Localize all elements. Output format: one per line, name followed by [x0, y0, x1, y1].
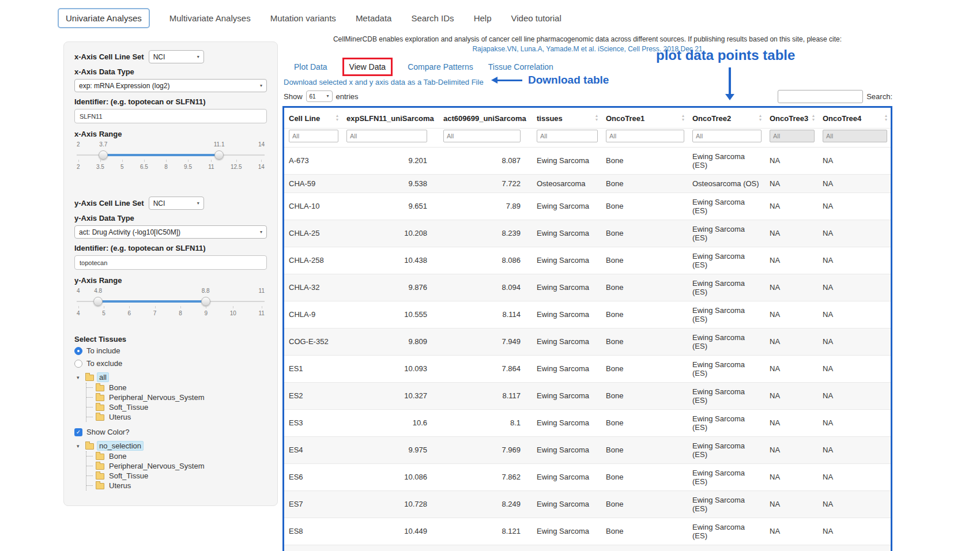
slider-handle-left[interactable]: [99, 150, 108, 160]
exp-value-cell: 10.208: [342, 220, 439, 247]
tab-view-data[interactable]: View Data: [342, 58, 393, 76]
act-value-cell: 8.121: [439, 518, 532, 545]
search-input[interactable]: [778, 90, 863, 103]
y-data-type-select[interactable]: act: Drug Activity (-log10[IC50M]) ▾: [74, 225, 267, 239]
table-row[interactable]: EW8 9.677 8.082 Ewing Sarcoma Bone Ewing…: [284, 545, 891, 551]
table-row[interactable]: ES3 10.6 8.1 Ewing Sarcoma Bone Ewing Sa…: [284, 409, 891, 436]
tab-help[interactable]: Help: [474, 13, 492, 23]
tree-node-label: Uterus: [107, 481, 133, 490]
oncotree1-cell: Bone: [601, 382, 688, 409]
y-cell-line-set-label: y-Axis Cell Line Set: [74, 199, 144, 207]
tab-search-ids[interactable]: Search IDs: [411, 13, 454, 23]
slider-handle-right[interactable]: [201, 297, 210, 306]
tree-node-label: Peripheral_Nervous_System: [107, 393, 206, 402]
table-row[interactable]: ES4 9.975 7.969 Ewing Sarcoma Bone Ewing…: [284, 436, 891, 463]
x-identifier-input[interactable]: [74, 109, 267, 123]
to-include-radio-row[interactable]: To include: [74, 346, 267, 355]
column-filter-input[interactable]: [823, 130, 887, 142]
table-row[interactable]: CHLA-258 10.438 8.086 Ewing Sarcoma Bone…: [284, 247, 891, 274]
column-header-oncotree3[interactable]: OncoTree3▴▾: [765, 108, 818, 129]
tab-univariate-analyses[interactable]: Univariate Analyses: [58, 8, 150, 28]
tree-node[interactable]: Peripheral_Nervous_System: [86, 461, 267, 471]
slider-tick: 11: [259, 310, 265, 316]
tree-root-no-selection[interactable]: no_selection: [97, 441, 144, 451]
tree-root-all[interactable]: all: [97, 372, 109, 382]
tree-node[interactable]: Uterus: [86, 481, 267, 490]
slider-handle-right[interactable]: [214, 150, 224, 160]
table-row[interactable]: ES8 10.449 8.121 Ewing Sarcoma Bone Ewin…: [284, 518, 891, 545]
download-link[interactable]: Download selected x and y axis data as a…: [284, 78, 484, 86]
y-range-slider[interactable]: 4 4.8 8.8 11 4567891011: [77, 288, 265, 320]
tree-node[interactable]: Uterus: [86, 412, 267, 422]
slider-track[interactable]: [77, 297, 265, 305]
slider-track[interactable]: [77, 151, 265, 159]
act-value-cell: 8.249: [439, 490, 532, 518]
tab-video-tutorial[interactable]: Video tutorial: [511, 13, 561, 23]
table-row[interactable]: ES1 10.093 7.864 Ewing Sarcoma Bone Ewin…: [284, 355, 891, 382]
table-row[interactable]: ES2 10.327 8.117 Ewing Sarcoma Bone Ewin…: [284, 382, 891, 409]
tree-toggle-icon[interactable]: ▾: [77, 375, 82, 380]
tree-node[interactable]: Soft_Tissue: [86, 402, 267, 412]
column-filter-input[interactable]: [346, 130, 427, 142]
column-header-oncotree1[interactable]: OncoTree1▴▾: [601, 108, 688, 129]
y-cell-line-set-select[interactable]: NCI ▾: [149, 197, 204, 210]
column-filter-input[interactable]: [770, 130, 815, 142]
table-row[interactable]: ES6 10.086 7.862 Ewing Sarcoma Bone Ewin…: [284, 463, 891, 490]
x-range-slider[interactable]: 2 3.7 11.1 14 23.556.589.51112.514: [77, 141, 265, 173]
table-row[interactable]: CHA-59 9.538 7.722 Osteosarcoma Bone Ost…: [284, 174, 891, 193]
column-filter-input[interactable]: [692, 130, 762, 142]
tree-node[interactable]: Soft_Tissue: [86, 471, 267, 481]
tab-metadata[interactable]: Metadata: [356, 13, 392, 23]
tab-mutation-variants[interactable]: Mutation variants: [270, 13, 336, 23]
radio-icon[interactable]: [74, 360, 82, 368]
filter-row: [284, 128, 891, 147]
entries-select[interactable]: 61 ▾: [306, 90, 333, 102]
y-identifier-input[interactable]: [74, 255, 267, 270]
tree-root-row[interactable]: ▾ all: [77, 372, 267, 383]
tree-node[interactable]: Bone: [86, 383, 267, 393]
table-row[interactable]: A-673 9.201 8.087 Ewing Sarcoma Bone Ewi…: [284, 147, 891, 174]
tree-toggle-icon[interactable]: ▾: [77, 443, 82, 449]
column-filter-input[interactable]: [537, 130, 598, 142]
tab-multivariate-analyses[interactable]: Multivariate Analyses: [169, 13, 251, 23]
column-header-expslfn11[interactable]: expSLFN11_uniSarcoma▴▾: [342, 108, 439, 129]
entries-value: 61: [310, 93, 316, 100]
tree-node[interactable]: Peripheral_Nervous_System: [86, 393, 267, 402]
table-row[interactable]: ES7 10.728 8.249 Ewing Sarcoma Bone Ewin…: [284, 490, 891, 518]
column-header-oncotree4[interactable]: OncoTree4▴▾: [818, 108, 891, 129]
slider-tick: 6.5: [140, 164, 148, 170]
tissues-cell: Ewing Sarcoma: [532, 274, 601, 301]
table-row[interactable]: CHLA-25 10.208 8.239 Ewing Sarcoma Bone …: [284, 220, 891, 247]
oncotree1-cell: Bone: [601, 328, 688, 355]
column-header-tissues[interactable]: tissues▴▾: [532, 108, 601, 129]
column-header-oncotree2[interactable]: OncoTree2▴▾: [688, 108, 765, 129]
table-row[interactable]: COG-E-352 9.809 7.949 Ewing Sarcoma Bone…: [284, 328, 891, 355]
table-row[interactable]: CHLA-9 10.555 8.114 Ewing Sarcoma Bone E…: [284, 301, 891, 328]
x-cell-line-set-select[interactable]: NCI ▾: [149, 50, 204, 63]
slider-handle-left[interactable]: [93, 297, 103, 306]
show-color-row[interactable]: ✓ Show Color?: [74, 428, 267, 436]
column-header-act609699[interactable]: act609699_uniSarcoma▴▾: [439, 108, 532, 129]
x-data-type-select[interactable]: exp: mRNA Expression (log2) ▾: [74, 79, 267, 92]
table-row[interactable]: CHLA-32 9.876 8.094 Ewing Sarcoma Bone E…: [284, 274, 891, 301]
tab-plot-data[interactable]: Plot Data: [294, 62, 327, 71]
column-header-cell-line[interactable]: Cell Line▴▾: [284, 108, 342, 129]
tree-root-row[interactable]: ▾ no_selection: [77, 440, 267, 451]
oncotree4-cell: NA: [818, 518, 891, 545]
tab-compare-patterns[interactable]: Compare Patterns: [408, 62, 473, 71]
folder-icon: [96, 483, 104, 489]
table-row[interactable]: CHLA-10 9.651 7.89 Ewing Sarcoma Bone Ew…: [284, 193, 891, 220]
slider-tick: 7: [153, 310, 157, 316]
checkbox-icon[interactable]: ✓: [74, 428, 82, 436]
radio-icon[interactable]: [74, 347, 82, 355]
tree-node[interactable]: Bone: [86, 451, 267, 461]
column-filter-input[interactable]: [289, 130, 338, 142]
tab-tissue-correlation[interactable]: Tissue Correlation: [488, 62, 553, 71]
oncotree3-cell: NA: [765, 463, 818, 490]
oncotree1-cell: Bone: [601, 436, 688, 463]
column-filter-input[interactable]: [606, 130, 684, 142]
citation-link[interactable]: Rajapakse.VN, Luna.A, Yamade.M et al. iS…: [282, 44, 892, 54]
tree-node-label: Bone: [107, 383, 128, 392]
to-exclude-radio-row[interactable]: To exclude: [74, 359, 267, 368]
column-filter-input[interactable]: [443, 130, 521, 142]
